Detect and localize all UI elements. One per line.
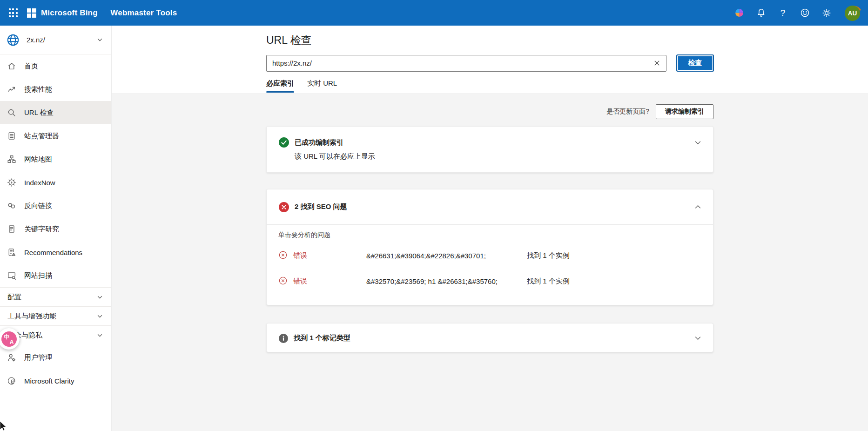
- translate-icon: 中 A: [1, 331, 17, 347]
- sidebar-item-label: IndexNow: [24, 179, 55, 187]
- url-input[interactable]: [266, 55, 666, 72]
- sidebar-item-backlinks[interactable]: 反向链接: [0, 194, 111, 217]
- site-scan-icon: [7, 271, 16, 280]
- sidebar-item-indexnow[interactable]: IndexNow: [0, 171, 111, 194]
- account-avatar[interactable]: AU: [844, 5, 861, 21]
- issue-row[interactable]: 错误 &#32570;&#23569; h1 &#26631;&#35760; …: [278, 274, 702, 288]
- sidebar-item-url-inspection[interactable]: URL 检查: [0, 101, 111, 124]
- url-search-row: 检查: [266, 54, 868, 72]
- indexed-card-title: 已成功编制索引: [295, 138, 343, 147]
- issue-instances: 找到 1 个实例: [527, 251, 570, 260]
- keyword-research-icon: [7, 224, 16, 234]
- sidebar-item-home[interactable]: 首页: [0, 54, 111, 78]
- chevron-down-icon: [97, 37, 103, 43]
- issue-severity: 错误: [293, 277, 307, 286]
- reindex-row: 是否更新页面? 请求编制索引: [266, 104, 713, 119]
- request-indexing-button[interactable]: 请求编制索引: [656, 104, 713, 119]
- markup-card-title: 找到 1 个标记类型: [294, 334, 350, 343]
- chevron-down-icon: [97, 332, 103, 338]
- brand-divider: [104, 8, 105, 18]
- trend-icon: [7, 85, 16, 94]
- issues-instruction: 单击要分析的问题: [278, 231, 702, 239]
- sidebar-item-label: 关键字研究: [24, 225, 59, 234]
- site-selector[interactable]: 2x.nz/: [0, 26, 111, 54]
- sidebar-section-tools[interactable]: 工具与增强功能: [0, 306, 111, 325]
- sidebar-item-search-performance[interactable]: 搜索性能: [0, 78, 111, 101]
- seo-issues-card: 2 找到 SEO 问题 单击要分析的问题 错误 &#26631;&#39064;…: [266, 189, 713, 305]
- tab-bing-index[interactable]: 必应索引: [266, 79, 294, 93]
- error-x-icon: [279, 202, 289, 212]
- sidebar-item-label: 用户管理: [24, 353, 52, 362]
- error-outline-icon: [278, 250, 288, 261]
- sidebar-item-label: Recommendations: [24, 249, 82, 256]
- waffle-icon: [9, 8, 18, 17]
- issue-severity: 错误: [293, 251, 307, 260]
- indexed-status-card: 已成功编制索引 该 URL 可以在必应上显示: [266, 126, 713, 173]
- backlinks-icon: [7, 201, 16, 210]
- brand-product: Microsoft Bing: [41, 8, 98, 18]
- sidebar-item-label: URL 检查: [24, 108, 54, 117]
- copilot-icon[interactable]: [733, 7, 745, 19]
- sidebar: 2x.nz/ 首页 搜索性能 URL 检查: [0, 26, 112, 431]
- issue-description: &#26631;&#39064;&#22826;&#30701;: [366, 252, 527, 260]
- chevron-down-icon: [97, 294, 103, 300]
- sidebar-item-sitemaps[interactable]: 网站地图: [0, 148, 111, 171]
- recommendations-icon: [7, 248, 16, 257]
- settings-gear-icon[interactable]: [821, 7, 832, 19]
- success-check-icon: [279, 137, 289, 148]
- brand[interactable]: Microsoft Bing Webmaster Tools: [41, 8, 177, 18]
- sidebar-item-label: 网站扫描: [24, 271, 52, 280]
- page-title: URL 检查: [266, 26, 868, 47]
- indexed-card-header[interactable]: 已成功编制索引: [279, 137, 702, 148]
- chevron-down-icon[interactable]: [694, 139, 702, 147]
- tab-live-url[interactable]: 实时 URL: [307, 79, 337, 93]
- microsoft-logo-icon: [27, 8, 36, 18]
- chevron-down-icon[interactable]: [694, 334, 702, 342]
- sidebar-item-label: 反向链接: [24, 202, 52, 210]
- notifications-bell-icon[interactable]: [755, 7, 767, 19]
- sitemap-icon: [7, 155, 16, 164]
- globe-icon: [6, 33, 20, 47]
- app-launcher-icon[interactable]: [5, 5, 21, 21]
- sidebar-item-user-management[interactable]: 用户管理: [0, 346, 111, 369]
- indexnow-icon: [7, 178, 16, 187]
- help-icon[interactable]: ?: [777, 7, 788, 19]
- sidebar-item-label: 搜索性能: [24, 85, 52, 94]
- markup-types-card: 找到 1 个标记类型: [266, 323, 713, 352]
- top-bar: Microsoft Bing Webmaster Tools ?: [0, 0, 868, 26]
- site-manager-icon: [7, 131, 16, 141]
- error-outline-icon: [278, 276, 288, 287]
- sidebar-item-recommendations[interactable]: Recommendations: [0, 241, 111, 264]
- indexed-card-subtitle: 该 URL 可以在必应上显示: [295, 152, 702, 161]
- inspect-button[interactable]: 检查: [676, 54, 714, 72]
- markup-card-header[interactable]: 找到 1 个标记类型: [267, 323, 713, 353]
- site-name: 2x.nz/: [27, 36, 45, 44]
- sidebar-section-label: 配置: [7, 293, 21, 302]
- sidebar-item-keyword-research[interactable]: 关键字研究: [0, 217, 111, 241]
- seo-card-header[interactable]: 2 找到 SEO 问题: [267, 189, 713, 224]
- page-header: URL 检查 检查 必应索引 实时 URL: [112, 26, 868, 94]
- seo-card-body: 单击要分析的问题 错误 &#26631;&#39064;&#22826;&#30…: [267, 225, 713, 305]
- results-area: 是否更新页面? 请求编制索引 已成功编制索引 该 URL 可以在必应上显示: [112, 104, 868, 352]
- home-icon: [7, 61, 16, 71]
- sidebar-item-site-scan[interactable]: 网站扫描: [0, 264, 111, 287]
- clarity-icon: [7, 376, 16, 385]
- main-content: URL 检查 检查 必应索引 实时 URL 是否更新页面? 请求编制索引: [112, 26, 868, 431]
- chevron-up-icon[interactable]: [694, 203, 702, 211]
- sidebar-item-site-explorer[interactable]: 站点管理器: [0, 124, 111, 148]
- sidebar-section-label: 工具与增强功能: [7, 312, 56, 321]
- feedback-smiley-icon[interactable]: [799, 7, 810, 19]
- reindex-question: 是否更新页面?: [606, 108, 649, 116]
- topbar-actions: ? AU: [733, 5, 861, 21]
- clear-input-icon[interactable]: [652, 58, 662, 68]
- active-tab-underline: [266, 91, 294, 93]
- sidebar-item-microsoft-clarity[interactable]: Microsoft Clarity: [0, 369, 111, 392]
- sidebar-section-configuration[interactable]: 配置: [0, 287, 111, 306]
- issue-description: &#32570;&#23569; h1 &#26631;&#35760;: [366, 277, 527, 285]
- chevron-down-icon: [97, 313, 103, 319]
- user-management-icon: [7, 353, 16, 362]
- issue-row[interactable]: 错误 &#26631;&#39064;&#22826;&#30701; 找到 1…: [278, 249, 702, 263]
- sidebar-item-label: 站点管理器: [24, 132, 59, 141]
- brand-suite: Webmaster Tools: [110, 8, 177, 18]
- seo-card-title: 2 找到 SEO 问题: [295, 202, 347, 211]
